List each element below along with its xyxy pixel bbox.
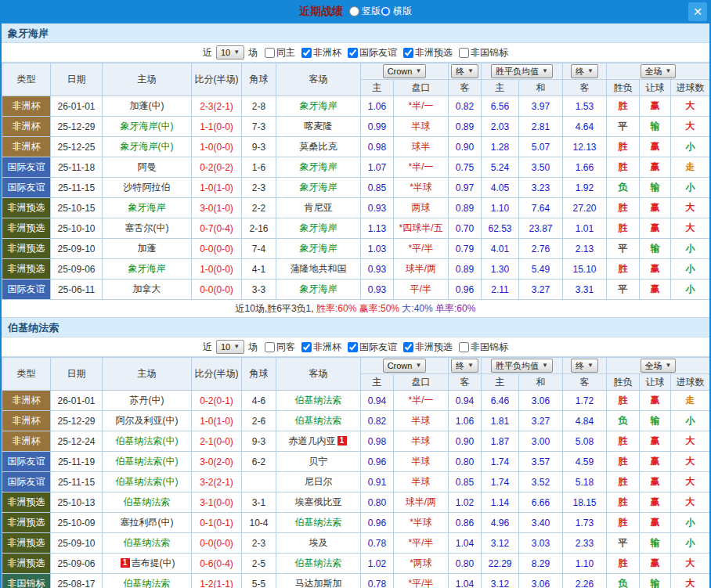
odds-away-cell: 0.96 [449, 280, 482, 300]
avg-win-cell: 6.46 [482, 391, 519, 411]
avg-loss-cell: 1.73 [563, 513, 607, 533]
filter-checkbox[interactable] [459, 48, 469, 58]
match-row: 非洲杯25-12-29阿尔及利亚(中)1-0(1-0)2-6伯基纳法索0.82半… [2, 411, 710, 431]
corner-cell: 4-1 [242, 259, 276, 280]
filter-option[interactable]: 非国锦标 [459, 46, 508, 60]
layout-option-1[interactable]: 横版 [381, 5, 412, 18]
avg-loss-cell: 4.59 [563, 452, 607, 472]
match-date: 25-10-13 [51, 492, 103, 513]
odds-home-cell: 1.13 [361, 218, 394, 239]
record-summary: 近10场,胜6平3负1, 胜率:60% 赢率:50% 大:40% 单率:60% [2, 300, 709, 318]
match-count-select[interactable]: 10▼ [216, 45, 244, 60]
home-team-cell: 伯基纳法索 [103, 492, 192, 513]
col-wdl: 胜负 [607, 80, 640, 96]
fulltime-header: 全场▼ [607, 358, 710, 374]
match-row: 非洲杯25-12-29象牙海岸(中)1-1(0-0)7-3喀麦隆0.99半球0.… [2, 117, 710, 137]
odds-home-cell: 0.98 [361, 137, 394, 157]
team-name-text: 阿尔及利亚(中) [116, 415, 179, 426]
odds-away-cell: 0.90 [449, 431, 482, 452]
result-cell: 胜 [607, 554, 640, 574]
match-date: 25-09-06 [51, 554, 103, 574]
chevron-down-icon: ▼ [542, 360, 548, 371]
layout-option-0[interactable]: 竖版 [349, 5, 381, 18]
filter-checkbox[interactable] [348, 342, 358, 352]
handicap-cell: 半球 [394, 411, 449, 431]
avg-win-cell: 2.11 [482, 280, 519, 300]
filter-option[interactable]: 同主 [265, 46, 295, 60]
filter-checkbox[interactable] [265, 342, 275, 352]
home-team-cell: 加蓬(中) [103, 96, 192, 117]
filter-option[interactable]: 非洲预选 [403, 341, 453, 354]
filter-checkbox[interactable] [403, 48, 413, 58]
filter-checkbox[interactable] [348, 48, 358, 58]
match-row: 国际友谊25-11-15沙特阿拉伯1-0(1-0)2-3象牙海岸0.85*半球0… [2, 178, 710, 198]
final-avg-select[interactable]: 终▼ [571, 64, 598, 78]
avg-win-cell: 3.12 [482, 574, 519, 588]
odds-away-cell: 0.94 [449, 391, 482, 411]
close-icon[interactable]: ✕ [688, 2, 707, 21]
filter-option[interactable]: 同客 [265, 341, 295, 354]
odds-home-cell: 0.78 [361, 533, 394, 554]
score-cell: 0-0(0-0) [192, 280, 242, 300]
home-team-cell: 伯基纳法索(中) [103, 452, 192, 472]
goals-result-cell: 大 [671, 452, 710, 472]
col-handicap: 盘口 [394, 374, 449, 391]
handicap-cell: 平/半 [394, 280, 449, 300]
filter-option[interactable]: 非国锦标 [459, 341, 508, 354]
avg-loss-cell: 5.08 [563, 431, 607, 452]
away-team-cell: 象牙海岸 [276, 280, 361, 300]
handicap-cell: *半/一 [394, 96, 449, 117]
layout-radio[interactable] [381, 6, 391, 16]
filter-option[interactable]: 非洲杯 [301, 341, 341, 354]
home-team-cell: 伯基纳法索(中) [103, 431, 192, 452]
filter-checkbox[interactable] [301, 342, 312, 352]
filter-checkbox[interactable] [265, 48, 275, 58]
filter-option[interactable]: 非洲预选 [403, 46, 453, 60]
final-odds-select[interactable]: 终▼ [451, 64, 478, 78]
match-date: 25-10-15 [51, 198, 103, 218]
handicap-result-cell: 赢 [640, 472, 671, 492]
filter-checkbox[interactable] [459, 342, 469, 352]
corner-cell: 10-4 [242, 513, 276, 533]
match-type: 非洲预选 [2, 554, 51, 574]
match-row: 非洲预选25-10-10塞舌尔(中)0-7(0-4)2-16象牙海岸1.13*四… [2, 218, 710, 239]
handicap-cell: *两球 [394, 554, 449, 574]
filter-option[interactable]: 国际友谊 [348, 46, 397, 60]
match-row: 非洲杯26-01-01苏丹(中)0-2(0-1)4-6伯基纳法索0.94*半/一… [2, 391, 710, 411]
handicap-result-cell: 赢 [640, 513, 671, 533]
filter-option[interactable]: 非洲杯 [301, 46, 341, 60]
wdl-avg-select[interactable]: 胜平负均值▼ [491, 64, 553, 78]
corner-cell: 2-6 [242, 411, 276, 431]
home-team-cell: 苏丹(中) [103, 391, 192, 411]
odds-away-cell: 0.82 [449, 96, 482, 117]
filter-checkbox[interactable] [403, 342, 413, 352]
filter-option[interactable]: 国际友谊 [348, 341, 397, 354]
odds-company-select[interactable]: Crown▼ [383, 64, 427, 78]
chevron-down-icon: ▼ [415, 66, 421, 77]
match-date: 25-12-29 [51, 117, 103, 137]
away-team-cell: 尼日尔 [276, 472, 361, 492]
col-date: 日期 [51, 358, 103, 391]
match-row: 非洲预选25-09-061吉布提(中)0-6(0-4)2-5伯基纳法索1.02*… [2, 554, 710, 574]
wdl-avg-select[interactable]: 胜平负均值▼ [491, 359, 553, 373]
goals-result-cell: 小 [671, 280, 710, 300]
col-home: 主场 [103, 358, 192, 391]
final-odds-select[interactable]: 终▼ [451, 359, 478, 373]
goals-result-cell: 小 [671, 533, 710, 554]
match-count-select[interactable]: 10▼ [216, 340, 244, 354]
avg-win-cell: 5.24 [482, 157, 519, 178]
handicap-result-cell: 赢 [640, 452, 671, 472]
odds-company-select[interactable]: Crown▼ [383, 359, 427, 373]
team-name-text: 象牙海岸 [300, 243, 337, 254]
score-cell: 0-0(0-0) [192, 239, 242, 259]
filter-checkbox[interactable] [301, 48, 312, 58]
final-avg-select[interactable]: 终▼ [571, 359, 598, 373]
fulltime-select[interactable]: 全场▼ [641, 64, 677, 78]
col-handicap-result: 让球 [640, 80, 671, 96]
corner-cell: 2-3 [242, 178, 276, 198]
fulltime-select[interactable]: 全场▼ [641, 359, 677, 373]
layout-radio[interactable] [349, 6, 359, 16]
odds-away-cell: 0.90 [449, 137, 482, 157]
avg-win-cell: 62.53 [482, 218, 519, 239]
handicap-result-cell: 输 [640, 178, 671, 198]
